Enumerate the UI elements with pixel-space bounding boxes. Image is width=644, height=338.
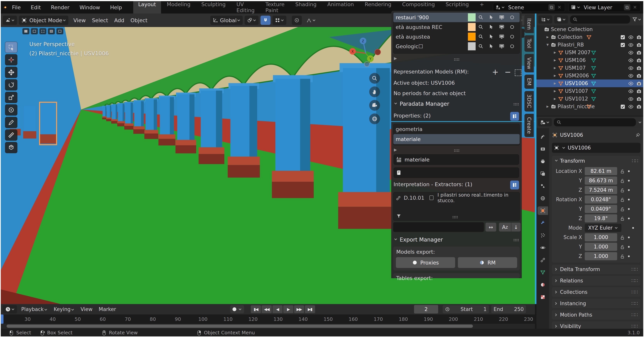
cursor-icon[interactable] bbox=[486, 34, 496, 39]
grip-icon[interactable] bbox=[513, 237, 519, 243]
exclude-checkbox[interactable] bbox=[620, 34, 626, 40]
camera-icon[interactable] bbox=[636, 88, 642, 94]
circle-icon[interactable] bbox=[507, 44, 517, 49]
playhead[interactable] bbox=[1, 315, 4, 324]
sort-alpha-button[interactable]: Az bbox=[499, 223, 511, 232]
menu-edit[interactable]: Edit bbox=[26, 4, 46, 10]
viewport-menu-add[interactable]: Add bbox=[111, 17, 127, 23]
view-layer-copy-button[interactable]: ⧉ bbox=[624, 4, 630, 10]
jump-to-start-button[interactable]: ▮◀ bbox=[251, 305, 261, 313]
next-keyframe-button[interactable]: ▶▶ bbox=[294, 305, 304, 313]
sidebar-tab-3dsc[interactable]: 3DSC bbox=[524, 91, 534, 111]
lock-icon[interactable] bbox=[620, 187, 625, 193]
lock-icon[interactable] bbox=[620, 206, 625, 212]
property-name-value[interactable]: materiale bbox=[404, 157, 430, 163]
eye-icon[interactable] bbox=[628, 65, 634, 71]
timeline-menu-keying[interactable]: Keying bbox=[50, 306, 78, 312]
viewport-menu-select[interactable]: Select bbox=[89, 17, 111, 23]
axis-minus-y-ball[interactable] bbox=[364, 61, 370, 66]
animate-dot[interactable] bbox=[632, 227, 634, 229]
properties-options-dropdown[interactable] bbox=[638, 121, 641, 123]
axis-gizmo[interactable]: X Z Y bbox=[347, 35, 382, 69]
outliner-display-mode[interactable] bbox=[538, 15, 552, 23]
view-layer-name[interactable]: View Layer bbox=[580, 4, 623, 10]
lock-icon[interactable] bbox=[620, 216, 625, 221]
monitor-icon[interactable] bbox=[496, 24, 507, 30]
sidebar-tab-em[interactable]: EM bbox=[524, 75, 534, 89]
outliner-row-usm106[interactable]: ▶USM106 bbox=[536, 56, 643, 64]
properties-tab-physics[interactable] bbox=[538, 244, 548, 252]
collapse-icon[interactable]: ▼ bbox=[546, 43, 549, 46]
grip-icon[interactable]: ∷∷ bbox=[632, 323, 638, 329]
property-name-field[interactable]: Amateriale bbox=[394, 154, 519, 165]
extractor-row[interactable]: D.10.01 I pilastri sono real..timento in… bbox=[393, 192, 520, 203]
animate-dot[interactable] bbox=[628, 180, 630, 182]
animate-dot[interactable] bbox=[628, 255, 630, 257]
sidebar-tab-view[interactable]: View bbox=[524, 54, 534, 72]
section-motion-paths[interactable]: Motion Paths∷∷ bbox=[552, 310, 640, 320]
hand-icon[interactable] bbox=[369, 86, 380, 97]
transform-panel-header[interactable]: Transform ∷∷ bbox=[552, 156, 640, 166]
period-row[interactable]: età augustea REC bbox=[393, 22, 520, 32]
expand-icon[interactable]: ▶ bbox=[554, 97, 556, 100]
camera-icon[interactable] bbox=[636, 34, 642, 40]
circle-icon[interactable] bbox=[507, 24, 517, 30]
tool-move-button[interactable] bbox=[5, 67, 18, 78]
cursor-icon[interactable] bbox=[486, 15, 496, 20]
properties-tab-constraints[interactable] bbox=[538, 256, 548, 264]
animate-dot[interactable] bbox=[628, 237, 630, 238]
mode-selector[interactable]: Object Mode bbox=[19, 16, 68, 25]
viewport-toggle-icon[interactable] bbox=[22, 28, 29, 34]
transform-value-field[interactable]: 0.0248° bbox=[585, 195, 617, 204]
camera-icon[interactable] bbox=[636, 80, 642, 86]
properties-tab-tool[interactable] bbox=[538, 132, 548, 141]
expand-icon[interactable]: ▶ bbox=[554, 58, 556, 62]
properties-tab-modifiers[interactable] bbox=[538, 219, 548, 227]
period-row[interactable]: età augustea bbox=[393, 32, 520, 41]
panel-divider[interactable] bbox=[391, 121, 535, 122]
grip-icon[interactable]: ∷∷ bbox=[632, 289, 638, 295]
workspace-tab-modeling[interactable]: Modeling bbox=[162, 1, 196, 15]
scene-selector[interactable]: Scene ⧉ ✕ bbox=[493, 3, 565, 12]
monitor-icon[interactable] bbox=[496, 15, 507, 20]
filter-input[interactable] bbox=[393, 222, 484, 232]
outliner-filter-mode[interactable] bbox=[554, 15, 568, 23]
snap-settings-button[interactable] bbox=[272, 16, 286, 25]
view-layer-remove-button[interactable]: ✕ bbox=[632, 4, 638, 10]
jump-to-end-button[interactable]: ▶▮ bbox=[305, 305, 315, 313]
period-color-swatch[interactable] bbox=[468, 13, 476, 21]
camera-icon[interactable] bbox=[636, 96, 642, 102]
scene-unlink-button[interactable]: ✕ bbox=[556, 4, 563, 10]
region-border[interactable] bbox=[535, 13, 536, 304]
zoom-icon[interactable] bbox=[369, 73, 380, 84]
expand-icon[interactable]: ▶ bbox=[394, 147, 397, 152]
workspace-tab-rendering[interactable]: Rendering bbox=[360, 1, 396, 15]
outliner-row-scene-collection[interactable]: Scene Collection bbox=[536, 25, 643, 33]
tool-add-cube-button[interactable] bbox=[5, 142, 18, 153]
properties-tab-scene[interactable] bbox=[538, 182, 548, 190]
export-manager-header[interactable]: Export Manager bbox=[394, 236, 519, 244]
period-row[interactable]: Geologic☐ bbox=[393, 41, 520, 51]
property-row[interactable]: materiale bbox=[393, 134, 520, 144]
grip-icon[interactable]: ∷∷ bbox=[632, 312, 638, 318]
properties-editor-type[interactable] bbox=[538, 118, 552, 126]
frame-end-field[interactable]: End 250 bbox=[491, 305, 526, 313]
viewport-toggle-icon[interactable] bbox=[48, 28, 55, 34]
camera-icon[interactable] bbox=[636, 57, 642, 63]
section-delta-transform[interactable]: Delta Transform∷∷ bbox=[552, 265, 640, 274]
tool-cursor-button[interactable] bbox=[5, 54, 18, 65]
grip-icon[interactable] bbox=[452, 214, 458, 220]
camera-icon[interactable] bbox=[636, 104, 642, 110]
properties-tab-particles[interactable] bbox=[538, 231, 548, 240]
cursor-icon[interactable] bbox=[486, 24, 496, 30]
eye-icon[interactable] bbox=[628, 34, 634, 40]
period-color-swatch[interactable] bbox=[468, 42, 476, 50]
magnif-icon[interactable] bbox=[476, 24, 486, 30]
animate-dot[interactable] bbox=[628, 218, 630, 219]
transform-value-field[interactable]: 1.000 bbox=[585, 233, 617, 241]
properties-tab-world[interactable] bbox=[538, 194, 548, 203]
tool-scale-button[interactable] bbox=[5, 92, 18, 103]
viewport-menu-view[interactable]: View bbox=[70, 17, 89, 23]
outliner-row-usm2006[interactable]: ▶USM2006 bbox=[536, 72, 643, 79]
timeline-menu-playback[interactable]: Playback bbox=[18, 306, 50, 312]
